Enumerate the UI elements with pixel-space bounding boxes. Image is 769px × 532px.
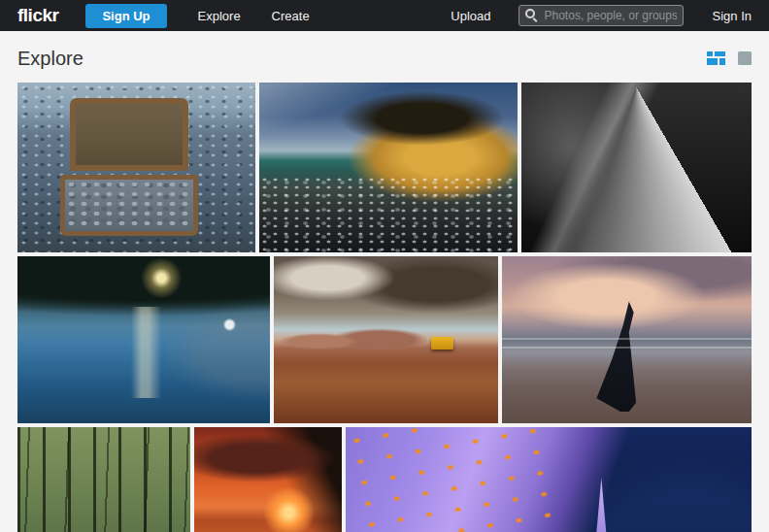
bus-shape xyxy=(431,337,453,350)
photo-orange-sunset[interactable] xyxy=(194,427,342,532)
photo-purple-palace[interactable] xyxy=(346,427,752,532)
photo-row-2 xyxy=(17,256,752,423)
square-layout-icon[interactable] xyxy=(738,51,752,65)
search-icon xyxy=(525,9,535,18)
photo-night-cove[interactable] xyxy=(17,256,270,423)
main-content: Explore xyxy=(0,47,769,532)
photo-desert-bus[interactable] xyxy=(274,256,498,423)
page-title: Explore xyxy=(17,48,84,70)
photo-suitcase-rocks[interactable] xyxy=(17,83,255,252)
flickr-logo[interactable]: flickr xyxy=(17,5,58,26)
page-header: Explore xyxy=(17,47,752,70)
sign-in-link[interactable]: Sign In xyxy=(713,9,752,23)
nav-link-create[interactable]: Create xyxy=(272,9,310,23)
spire-shape xyxy=(585,478,618,532)
justified-layout-icon[interactable] xyxy=(707,51,725,65)
photo-golden-cliff[interactable] xyxy=(259,83,518,252)
search-box xyxy=(518,5,684,26)
search-input[interactable] xyxy=(518,5,684,26)
nav-link-explore[interactable]: Explore xyxy=(198,9,241,23)
sign-up-button[interactable]: Sign Up xyxy=(85,4,166,28)
photo-bw-skyscraper[interactable] xyxy=(521,83,752,252)
photo-row-3 xyxy=(17,427,752,532)
suitcase-base-shape xyxy=(60,175,198,236)
view-toggle-group xyxy=(707,51,752,65)
photo-green-forest[interactable] xyxy=(17,427,190,532)
top-navbar: flickr Sign Up Explore Create Upload Sig… xyxy=(0,0,769,31)
photo-row-1 xyxy=(17,83,752,252)
photo-beach-figure[interactable] xyxy=(502,256,752,423)
suitcase-lid-shape xyxy=(70,98,189,171)
figure-silhouette-shape xyxy=(592,301,652,412)
upload-link[interactable]: Upload xyxy=(451,9,490,23)
